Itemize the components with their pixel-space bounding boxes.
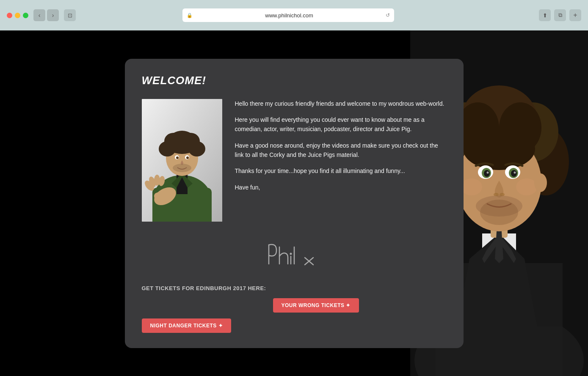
lock-icon: 🔒 <box>187 13 193 18</box>
tickets-buttons: YOUR WRONG TICKETS ✦ NIGHT DANGER TICKET… <box>142 298 447 333</box>
nav-buttons: ‹ › <box>33 9 59 21</box>
text-content: Hello there my curious friendly friends … <box>235 99 447 222</box>
page-content: WELCOME! <box>0 30 588 376</box>
share-button[interactable]: ⬆ <box>539 9 551 21</box>
paragraph-1: Hello there my curious friendly friends … <box>235 99 447 108</box>
maximize-button[interactable] <box>23 13 28 18</box>
svg-point-50 <box>484 170 490 177</box>
signature-area <box>142 234 447 272</box>
svg-point-57 <box>480 200 518 225</box>
content-area: Hello there my curious friendly friends … <box>142 99 447 222</box>
reload-icon[interactable]: ↺ <box>386 12 390 18</box>
forward-icon: › <box>52 12 54 19</box>
back-icon: ‹ <box>39 12 41 19</box>
browser-actions: ⬆ ⧉ + <box>539 9 581 21</box>
url-text: www.philnichol.com <box>195 12 383 19</box>
your-wrong-tickets-button[interactable]: YOUR WRONG TICKETS ✦ <box>273 298 359 313</box>
svg-point-59 <box>516 178 537 195</box>
browser-chrome: ‹ › ⊡ 🔒 www.philnichol.com ↺ ⬆ ⧉ + <box>0 0 588 30</box>
back-button[interactable]: ‹ <box>33 9 45 21</box>
tickets-title: GET TICKETS FOR EDINBURGH 2017 HERE: <box>142 285 447 291</box>
svg-point-51 <box>511 170 517 177</box>
paragraph-2: Here you will find everything you could … <box>235 115 447 134</box>
svg-point-14 <box>169 131 195 149</box>
svg-point-58 <box>461 178 482 195</box>
paragraph-5: Have fun, <box>235 183 447 192</box>
svg-point-18 <box>186 156 189 159</box>
address-bar[interactable]: 🔒 www.philnichol.com ↺ <box>182 8 394 22</box>
paragraph-4: Thanks for your time...hope you find it … <box>235 166 447 176</box>
forward-button[interactable]: › <box>47 9 59 21</box>
svg-point-17 <box>176 156 179 159</box>
portrait-image <box>142 99 222 222</box>
sidebar-icon: ⊡ <box>68 12 72 19</box>
tickets-section: GET TICKETS FOR EDINBURGH 2017 HERE: YOU… <box>142 285 447 333</box>
svg-point-26 <box>290 252 292 255</box>
svg-point-19 <box>173 164 191 172</box>
tab-overview-button[interactable]: ⧉ <box>554 9 566 21</box>
signature-svg <box>260 234 328 272</box>
new-tab-button[interactable]: + <box>569 9 581 21</box>
welcome-title: WELCOME! <box>142 74 447 87</box>
svg-point-53 <box>514 172 516 174</box>
svg-point-61 <box>534 173 547 192</box>
sidebar-button[interactable]: ⊡ <box>64 9 76 21</box>
traffic-lights <box>7 13 28 18</box>
svg-point-45 <box>463 128 535 170</box>
svg-point-52 <box>487 172 489 174</box>
paragraph-3: Have a good nose around, enjoy the video… <box>235 141 447 160</box>
main-card: WELCOME! <box>125 59 464 348</box>
close-button[interactable] <box>7 13 12 18</box>
portrait-svg <box>142 99 222 222</box>
minimize-button[interactable] <box>15 13 20 18</box>
night-danger-tickets-button[interactable]: NIGHT DANGER TICKETS ✦ <box>142 318 232 333</box>
